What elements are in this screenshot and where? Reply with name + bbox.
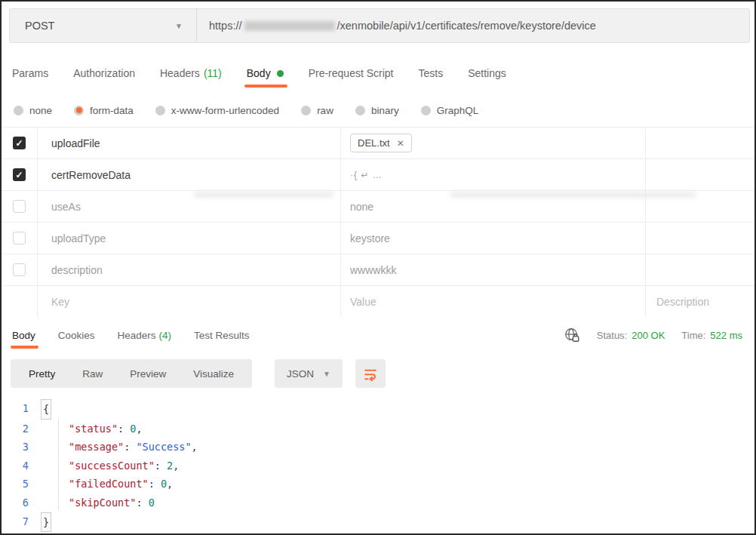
json-string-value: "Success"	[136, 438, 191, 457]
wrap-text-button[interactable]	[355, 359, 386, 388]
language-selector[interactable]: JSON ▼	[275, 359, 343, 388]
json-colon: :	[118, 420, 130, 438]
json-colon: :	[124, 438, 136, 457]
checkbox-unchecked-icon[interactable]	[13, 232, 26, 244]
line-number: 5	[2, 475, 41, 493]
code-line: 3"message": "Success",	[2, 438, 756, 457]
url-input[interactable]: https:///xenmobile/api/v1/certificates/r…	[197, 9, 749, 42]
status-value: 200 OK	[632, 330, 665, 341]
description-cell[interactable]	[646, 254, 756, 285]
mode-binary[interactable]: binary	[355, 105, 399, 116]
redacted-host	[244, 21, 335, 31]
response-tab-test-results[interactable]: Test Results	[194, 330, 250, 341]
key-cell[interactable]: certRemoveData	[38, 159, 341, 190]
method-selector[interactable]: POST ▼	[10, 9, 197, 42]
line-number: 7	[2, 512, 41, 533]
response-tab-cookies[interactable]: Cookies	[58, 330, 95, 341]
headers-count-badge: (11)	[204, 67, 222, 79]
checkbox-checked-icon[interactable]	[13, 137, 26, 149]
response-tab-body[interactable]: Body	[12, 330, 35, 341]
mode-none[interactable]: none	[14, 105, 52, 116]
table-row: uploadFile DEL.txt✕	[2, 127, 756, 158]
key-text: uploadFile	[51, 137, 100, 149]
tab-pre-request-script[interactable]: Pre-request Script	[309, 67, 394, 79]
tab-label: Cookies	[58, 330, 95, 341]
tab-settings[interactable]: Settings	[468, 67, 506, 79]
description-cell[interactable]: Description	[646, 286, 756, 317]
code-line: 1{	[2, 399, 756, 420]
json-comma: ,	[167, 475, 173, 493]
tab-headers[interactable]: Headers(11)	[160, 67, 222, 79]
code-line: 6"skipCount": 0	[2, 493, 756, 512]
json-key: "message"	[69, 438, 124, 457]
key-cell[interactable]: uploadType	[38, 223, 341, 254]
key-text: description	[51, 264, 103, 276]
remove-file-icon[interactable]: ✕	[397, 138, 404, 149]
row-checkbox-cell	[2, 159, 38, 190]
description-cell[interactable]	[646, 159, 756, 190]
code-line: 7}	[2, 512, 756, 533]
mode-label: form-data	[90, 105, 134, 116]
tab-tests[interactable]: Tests	[418, 67, 443, 79]
body-mode-selector: none form-data x-www-form-urlencoded raw…	[14, 100, 478, 120]
close-brace: }	[41, 512, 51, 533]
tab-authorization[interactable]: Authorization	[73, 67, 135, 79]
view-raw[interactable]: Raw	[69, 368, 116, 380]
key-cell[interactable]: Key	[38, 286, 341, 317]
mode-x-www-form-urlencoded[interactable]: x-www-form-urlencoded	[155, 105, 279, 116]
response-tab-headers[interactable]: Headers(4)	[118, 330, 172, 341]
row-checkbox-cell	[2, 128, 38, 158]
key-cell[interactable]: description	[38, 254, 341, 285]
description-cell[interactable]	[646, 128, 756, 158]
line-number: 4	[2, 457, 41, 475]
mode-graphql[interactable]: GraphQL	[421, 105, 479, 116]
checkbox-unchecked-icon[interactable]	[13, 200, 26, 213]
mode-form-data[interactable]: form-data	[74, 105, 134, 116]
table-row: certRemoveData ·{ ↵ …	[2, 158, 756, 190]
json-number-value: 2	[167, 457, 173, 475]
headers-count-badge: (4)	[159, 330, 172, 341]
key-text: uploadType	[51, 232, 106, 244]
view-preview[interactable]: Preview	[116, 368, 180, 380]
value-cell[interactable]: Value	[341, 286, 646, 317]
network-secure-icon[interactable]	[564, 327, 580, 343]
value-cell[interactable]: keystore	[341, 223, 646, 254]
view-visualize[interactable]: Visualize	[180, 368, 247, 380]
json-colon: :	[155, 457, 167, 475]
tab-params[interactable]: Params	[12, 67, 48, 79]
radio-selected-icon	[74, 106, 84, 115]
value-cell[interactable]: wwwwkkk	[341, 254, 646, 285]
language-label: JSON	[287, 368, 314, 380]
value-cell[interactable]: DEL.txt✕	[341, 128, 646, 158]
view-pretty[interactable]: Pretty	[15, 368, 69, 380]
url-prefix: https://	[209, 20, 242, 32]
table-row: description wwwwkkk	[2, 254, 756, 285]
description-placeholder: Description	[656, 296, 709, 308]
response-body-json[interactable]: 1{ 2"status": 0, 3"message": "Success", …	[2, 399, 756, 532]
line-number: 6	[2, 493, 41, 512]
key-cell[interactable]: uploadFile	[38, 128, 341, 158]
value-cell[interactable]: ·{ ↵ …	[341, 159, 646, 190]
value-text: keystore	[350, 232, 390, 244]
tab-label: Test Results	[194, 330, 250, 341]
redacted-text	[194, 192, 333, 198]
description-cell[interactable]	[646, 223, 756, 254]
postman-window: POST ▼ https:///xenmobile/api/v1/certifi…	[0, 0, 756, 535]
json-key: "successCount"	[69, 457, 155, 475]
checkbox-checked-icon[interactable]	[13, 168, 26, 181]
key-placeholder: Key	[51, 296, 69, 308]
indent-guide	[58, 419, 59, 510]
checkbox-unchecked-icon[interactable]	[13, 263, 26, 276]
mode-raw[interactable]: raw	[301, 105, 333, 116]
row-checkbox-cell	[2, 223, 38, 254]
radio-icon	[301, 106, 311, 115]
request-url-bar: POST ▼ https:///xenmobile/api/v1/certifi…	[9, 8, 750, 43]
tab-body[interactable]: Body	[247, 67, 284, 79]
json-key: "status"	[69, 420, 118, 438]
time-value: 522 ms	[710, 330, 742, 341]
status-label: Status:	[597, 330, 627, 341]
mode-label: x-www-form-urlencoded	[171, 105, 279, 116]
line-number: 2	[2, 420, 41, 438]
row-checkbox-cell	[2, 286, 38, 317]
code-line: 5"failedCount": 0,	[2, 475, 756, 493]
